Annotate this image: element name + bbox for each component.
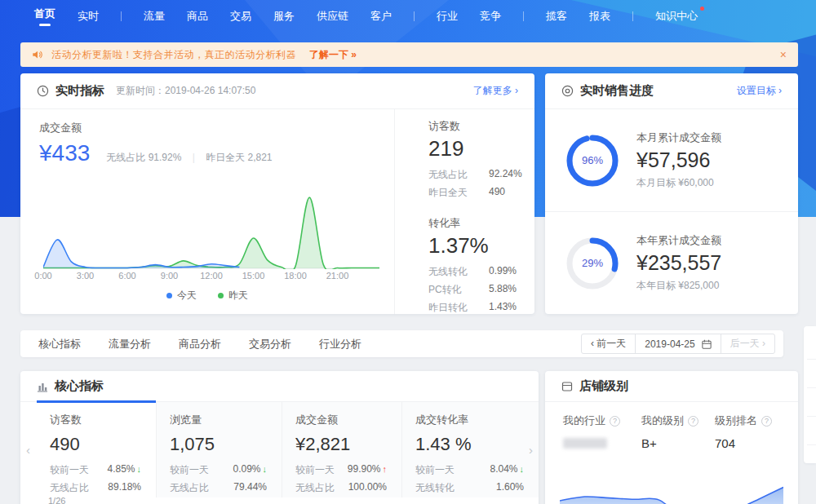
card-title: 实时指标	[55, 83, 104, 99]
nav-item-goods[interactable]: 商品	[187, 9, 208, 24]
trend-arrow-icon: ↓	[137, 464, 142, 474]
x-tick-label: 3:00	[77, 271, 94, 281]
question-circle-icon[interactable]: ?	[761, 416, 772, 427]
shop-stats-row: 我的行业 ? 我的级别 ? B+ 级别排名 ? 704	[545, 413, 798, 450]
conversion-value: 1.37%	[428, 233, 534, 259]
card-title: 店铺级别	[579, 378, 628, 394]
metric-value: ¥2,821	[295, 434, 388, 455]
nav-item-label: 知识中心	[655, 10, 698, 22]
x-tick-label: 12:00	[200, 271, 223, 281]
top-nav: 首页 实时 流量 商品 交易 服务 供应链 客户 行业 竞争 揽客 报表 知识中…	[0, 0, 816, 33]
calendar-icon	[702, 339, 712, 349]
nav-item-supply-chain[interactable]: 供应链	[317, 9, 348, 24]
blurred-industry-value	[563, 438, 607, 449]
nav-divider	[632, 11, 633, 21]
monthly-goal-section: 96% 本月累计成交金额 ¥57,596 本月目标 ¥60,000	[545, 109, 798, 211]
next-day-button[interactable]: 后一天 ›	[721, 334, 774, 353]
realtime-card-body: 成交金额 ¥433 无线占比 91.92% | 昨日全天 2,821	[20, 109, 534, 314]
amount-label: 成交金额	[39, 121, 394, 135]
wireless-share: 无线占比 91.92%	[106, 152, 181, 163]
learn-more-link[interactable]: 了解更多 ›	[473, 84, 518, 98]
tab-industry-analysis[interactable]: 行业分析	[319, 337, 361, 351]
card-title: 核心指标	[55, 378, 104, 394]
amount-trend-pane: 成交金额 ¥433 无线占比 91.92% | 昨日全天 2,821	[20, 109, 394, 314]
share-key: 无线转化	[415, 481, 455, 495]
stat-label: 级别排名	[715, 413, 757, 428]
kv-value: 92.24%	[489, 168, 522, 182]
prev-day-button[interactable]: ‹ 前一天	[582, 334, 635, 353]
trend-arrow-icon: ↓	[263, 464, 268, 474]
shop-level-trend-chart[interactable]	[560, 467, 783, 504]
metric-value: 490	[50, 434, 143, 455]
tab-goods-analysis[interactable]: 商品分析	[179, 337, 221, 351]
nav-item-attract[interactable]: 揽客	[546, 9, 567, 24]
date-field[interactable]: 2019-04-25	[635, 334, 720, 353]
realtime-card-header: 实时指标 更新时间：2019-04-26 14:07:50 了解更多 ›	[20, 73, 534, 109]
card-title: 实时销售进度	[580, 83, 654, 99]
set-goal-link[interactable]: 设置目标 ›	[737, 84, 782, 98]
shop-card-header: 店铺级别	[545, 371, 798, 402]
kv-value: 490	[489, 186, 505, 200]
nav-item-competition[interactable]: 竞争	[480, 9, 501, 24]
share-key: 无线占比	[50, 481, 89, 495]
metric-label: 成交金额	[295, 413, 388, 427]
metric-label: 访客数	[50, 413, 143, 427]
kv-key: 无线占比	[428, 168, 479, 182]
legend-label: 昨天	[228, 289, 248, 303]
yearly-goal-text: 本年目标 ¥825,000	[636, 279, 721, 293]
trend-arrow-icon: ↓	[520, 464, 525, 474]
nav-item-service[interactable]: 服务	[273, 9, 295, 24]
metric-cell-pageviews[interactable]: 浏览量 1,075 较前一天0.09%↓ 无线占比79.44%	[156, 402, 282, 497]
yearly-goal-section: 29% 本年累计成交金额 ¥235,557 本年目标 ¥825,000	[545, 212, 798, 314]
metric-cell-amount[interactable]: 成交金额 ¥2,821 较前一天99.90%↑ 无线占比100.00%	[282, 402, 401, 497]
nav-item-customer[interactable]: 客户	[370, 9, 392, 24]
question-circle-icon[interactable]: ?	[688, 416, 698, 427]
tab-core-metrics[interactable]: 核心指标	[38, 337, 81, 351]
core-metrics-card: 核心指标 访客数 490 较前一天4.85%↓ 无线占比89.18% 浏览量 1…	[20, 371, 539, 504]
nav-item-home[interactable]: 首页	[34, 7, 55, 26]
nav-item-realtime[interactable]: 实时	[78, 9, 99, 24]
x-tick-label: 21:00	[326, 271, 349, 281]
compare-value: 4.85%	[107, 463, 135, 475]
tab-trade-analysis[interactable]: 交易分析	[249, 337, 291, 351]
right-panel-sliver	[804, 326, 816, 463]
clock-icon	[37, 85, 49, 97]
close-icon[interactable]: ×	[780, 49, 787, 60]
visitors-label: 访客数	[428, 119, 534, 134]
x-tick-label: 6:00	[118, 271, 135, 281]
compare-key: 较前一天	[415, 463, 455, 477]
amount-subs: 无线占比 91.92% | 昨日全天 2,821	[106, 151, 272, 165]
question-circle-icon[interactable]: ?	[610, 416, 620, 427]
hourly-trend-chart[interactable]	[43, 184, 379, 269]
metric-cell-conversion[interactable]: 成交转化率 1.43 % 较前一天8.04%↓ 无线转化1.60%	[401, 402, 539, 497]
share-value: 89.18%	[108, 481, 141, 495]
x-axis-ticks: 0:003:006:009:0012:0015:0018:0021:00	[43, 271, 379, 282]
yearly-progress-donut: 29%	[565, 236, 620, 291]
banner-learn-more-link[interactable]: 了解一下 »	[309, 48, 357, 62]
realtime-metrics-card: 实时指标 更新时间：2019-04-26 14:07:50 了解更多 › 成交金…	[20, 73, 534, 314]
nav-item-traffic[interactable]: 流量	[144, 9, 165, 24]
compare-key: 较前一天	[50, 463, 89, 477]
legend-item-today[interactable]: 今天	[166, 289, 197, 303]
trend-arrow-icon: ↑	[383, 464, 388, 474]
chevron-left-icon[interactable]: ‹	[26, 443, 30, 457]
nav-item-report[interactable]: 报表	[589, 9, 610, 24]
monthly-goal-text: 本月目标 ¥60,000	[636, 176, 721, 190]
monthly-amount-value: ¥57,596	[636, 148, 721, 172]
metric-value: 1,075	[170, 434, 268, 455]
banner-message: 活动分析更新啦！支持合并活动，真正的活动分析利器	[51, 48, 296, 62]
update-time: 更新时间：2019-04-26 14:07:50	[116, 84, 255, 98]
nav-item-industry[interactable]: 行业	[437, 9, 458, 24]
nav-item-knowledge-center[interactable]: 知识中心	[655, 9, 698, 24]
metric-cell-visitors[interactable]: 访客数 490 较前一天4.85%↓ 无线占比89.18%	[20, 402, 156, 497]
vertical-divider	[394, 109, 395, 314]
legend-item-yesterday[interactable]: 昨天	[218, 289, 248, 303]
nav-item-trade[interactable]: 交易	[230, 9, 251, 24]
active-metric-underline	[37, 400, 156, 403]
metric-value: 1.43 %	[415, 434, 526, 455]
monthly-progress-donut: 96%	[565, 133, 620, 188]
chevron-right-icon[interactable]: ›	[529, 443, 533, 457]
tab-traffic-analysis[interactable]: 流量分析	[109, 337, 151, 351]
speaker-icon	[32, 49, 43, 60]
nav-divider	[523, 11, 524, 21]
